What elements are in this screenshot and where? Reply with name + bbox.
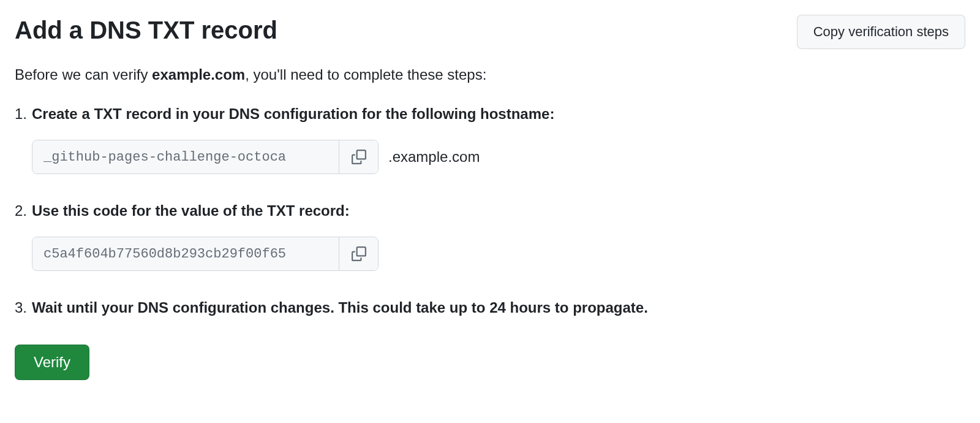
copy-verification-steps-button[interactable]: Copy verification steps [797, 15, 965, 49]
hostname-input[interactable] [32, 140, 339, 173]
step-2-label: Use this code for the value of the TXT r… [32, 202, 350, 219]
steps-list: Create a TXT record in your DNS configur… [15, 103, 965, 319]
verify-button[interactable]: Verify [15, 345, 89, 380]
copy-icon [352, 246, 366, 261]
copy-hostname-button[interactable] [339, 140, 378, 173]
page-title: Add a DNS TXT record [15, 15, 277, 45]
step-1-label: Create a TXT record in your DNS configur… [32, 105, 554, 122]
intro-domain: example.com [152, 66, 245, 83]
hostname-domain-suffix: .example.com [388, 146, 480, 168]
step-1: Create a TXT record in your DNS configur… [32, 103, 965, 174]
step-3: Wait until your DNS configuration change… [32, 297, 965, 319]
step-2: Use this code for the value of the TXT r… [32, 200, 965, 271]
step-3-label: Wait until your DNS configuration change… [32, 299, 648, 316]
intro-suffix: , you'll need to complete these steps: [245, 66, 486, 83]
code-field-group [32, 237, 379, 271]
intro-text: Before we can verify example.com, you'll… [15, 64, 965, 86]
copy-icon [352, 150, 366, 164]
hostname-field-group [32, 140, 379, 174]
intro-prefix: Before we can verify [15, 66, 152, 83]
code-input[interactable] [32, 237, 339, 270]
copy-code-button[interactable] [339, 237, 378, 270]
